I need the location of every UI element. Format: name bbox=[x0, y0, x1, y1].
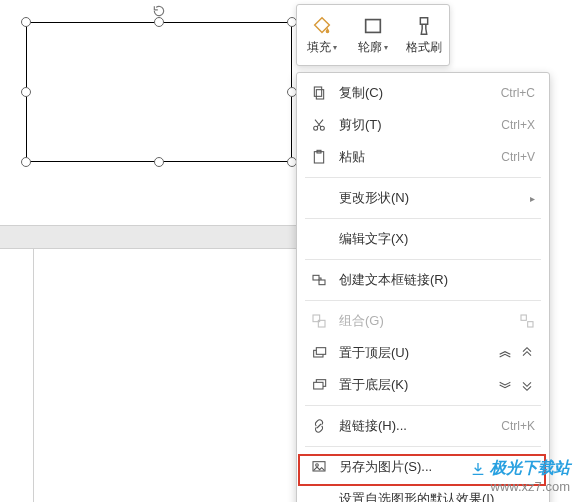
caret-down-icon: ▾ bbox=[384, 43, 388, 52]
menu-label: 置于底层(K) bbox=[339, 376, 497, 394]
menu-save-as-picture[interactable]: 另存为图片(S)... bbox=[297, 451, 549, 483]
menu-change-shape[interactable]: 更改形状(N) ▸ bbox=[297, 182, 549, 214]
menu-label: 超链接(H)... bbox=[339, 417, 501, 435]
copy-icon bbox=[309, 83, 329, 103]
menu-send-back[interactable]: 置于底层(K) bbox=[297, 369, 549, 401]
link-textbox-icon bbox=[309, 270, 329, 290]
svg-point-18 bbox=[316, 464, 319, 467]
outline-icon bbox=[362, 15, 384, 37]
menu-label: 粘贴 bbox=[339, 148, 501, 166]
svg-rect-11 bbox=[521, 315, 526, 320]
blank-icon bbox=[309, 188, 329, 208]
group-icon bbox=[309, 311, 329, 331]
menu-label: 设置自选图形的默认效果(I) bbox=[339, 490, 535, 502]
menu-cut[interactable]: 剪切(T) Ctrl+X bbox=[297, 109, 549, 141]
menu-paste[interactable]: 粘贴 Ctrl+V bbox=[297, 141, 549, 173]
outline-label: 轮廓 bbox=[358, 39, 382, 56]
menu-link-textbox[interactable]: 创建文本框链接(R) bbox=[297, 264, 549, 296]
svg-rect-12 bbox=[528, 322, 533, 327]
fill-icon bbox=[311, 15, 333, 37]
hyperlink-icon bbox=[309, 416, 329, 436]
menu-label: 剪切(T) bbox=[339, 116, 501, 134]
paste-icon bbox=[309, 147, 329, 167]
svg-rect-7 bbox=[313, 275, 319, 280]
fill-label: 填充 bbox=[307, 39, 331, 56]
bring-front-icon bbox=[309, 343, 329, 363]
menu-label: 置于顶层(U) bbox=[339, 344, 497, 362]
context-menu: 复制(C) Ctrl+C 剪切(T) Ctrl+X 粘贴 Ctrl+V 更改形状… bbox=[296, 72, 550, 502]
menu-shortcut: Ctrl+V bbox=[501, 150, 535, 164]
svg-rect-8 bbox=[319, 280, 325, 285]
outline-button[interactable]: 轮廓▾ bbox=[348, 5, 399, 65]
caret-down-icon: ▾ bbox=[333, 43, 337, 52]
menu-label: 编辑文字(X) bbox=[339, 230, 535, 248]
svg-rect-16 bbox=[314, 382, 323, 389]
image-icon bbox=[309, 457, 329, 477]
menu-label: 更改形状(N) bbox=[339, 189, 530, 207]
menu-label: 另存为图片(S)... bbox=[339, 458, 535, 476]
resize-handle[interactable] bbox=[21, 17, 31, 27]
format-painter-button[interactable]: 格式刷 bbox=[398, 5, 449, 65]
fill-button[interactable]: 填充▾ bbox=[297, 5, 348, 65]
menu-label: 复制(C) bbox=[339, 84, 501, 102]
ungroup-icon bbox=[519, 313, 535, 329]
submenu-arrow-icon: ▸ bbox=[530, 193, 535, 204]
svg-rect-2 bbox=[316, 90, 323, 99]
layer-down-icon[interactable] bbox=[497, 377, 513, 393]
resize-handle[interactable] bbox=[21, 157, 31, 167]
format-label: 格式刷 bbox=[406, 39, 442, 56]
resize-handle[interactable] bbox=[21, 87, 31, 97]
menu-set-default[interactable]: 设置自选图形的默认效果(I) bbox=[297, 483, 549, 502]
layer-up-icon[interactable] bbox=[497, 345, 513, 361]
selected-shape[interactable] bbox=[26, 22, 292, 162]
svg-rect-1 bbox=[314, 87, 321, 96]
menu-label: 组合(G) bbox=[339, 312, 519, 330]
menu-shortcut: Ctrl+C bbox=[501, 86, 535, 100]
menu-copy[interactable]: 复制(C) Ctrl+C bbox=[297, 77, 549, 109]
resize-handle[interactable] bbox=[154, 157, 164, 167]
resize-handle[interactable] bbox=[154, 17, 164, 27]
menu-edit-text[interactable]: 编辑文字(X) bbox=[297, 223, 549, 255]
menu-shortcut: Ctrl+K bbox=[501, 419, 535, 433]
cut-icon bbox=[309, 115, 329, 135]
move-up-icon[interactable] bbox=[519, 345, 535, 361]
blank-icon bbox=[309, 489, 329, 502]
brush-icon bbox=[413, 15, 435, 37]
move-down-icon[interactable] bbox=[519, 377, 535, 393]
menu-label: 创建文本框链接(R) bbox=[339, 271, 535, 289]
rectangle-shape[interactable] bbox=[26, 22, 292, 162]
menu-hyperlink[interactable]: 超链接(H)... Ctrl+K bbox=[297, 410, 549, 442]
svg-rect-0 bbox=[366, 19, 381, 32]
blank-icon bbox=[309, 229, 329, 249]
menu-bring-front[interactable]: 置于顶层(U) bbox=[297, 337, 549, 369]
menu-group: 组合(G) bbox=[297, 305, 549, 337]
menu-shortcut: Ctrl+X bbox=[501, 118, 535, 132]
shape-toolbar: 填充▾ 轮廓▾ 格式刷 bbox=[296, 4, 450, 66]
svg-rect-14 bbox=[316, 348, 325, 355]
send-back-icon bbox=[309, 375, 329, 395]
